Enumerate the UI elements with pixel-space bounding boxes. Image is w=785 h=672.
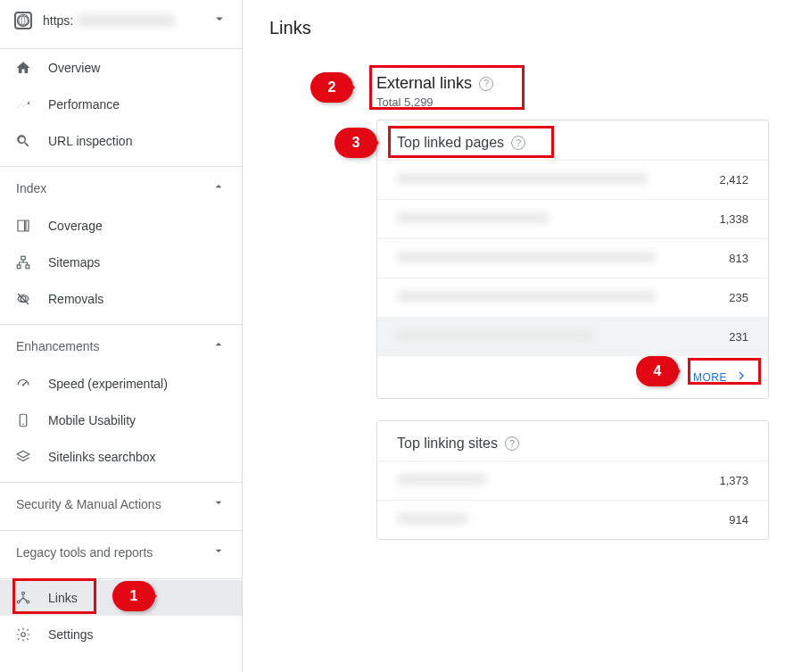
svg-line-5 — [23, 382, 27, 386]
svg-point-11 — [21, 633, 26, 637]
linked-page-row[interactable]: 235 — [377, 278, 768, 317]
linking-site-row[interactable]: 914 — [377, 500, 768, 539]
linked-page-row[interactable]: 1,338 — [377, 199, 768, 238]
sidebar-item-label: Removals — [48, 292, 103, 306]
sidebar-item-label: Overview — [48, 61, 100, 75]
sidebar-item-label: Performance — [48, 97, 120, 112]
sidebar: https: Overview Performance URL inspecti… — [0, 0, 243, 672]
search-icon — [14, 132, 32, 150]
linked-page-row[interactable]: 231 — [377, 317, 768, 356]
annotation-callout-4: 4 — [636, 356, 679, 386]
sidebar-item-label: Links — [48, 591, 78, 605]
chevron-up-icon — [211, 179, 226, 196]
link-count: 813 — [729, 252, 748, 265]
sidebar-item-url-inspection[interactable]: URL inspection — [0, 123, 242, 159]
group-label: Security & Manual Actions — [16, 497, 161, 511]
sidebar-item-sitelinks[interactable]: Sitelinks searchbox — [0, 439, 242, 475]
help-icon[interactable]: ? — [505, 436, 519, 451]
property-url: https: — [43, 13, 175, 28]
svg-rect-0 — [21, 256, 26, 260]
svg-point-7 — [22, 424, 24, 426]
link-count: 914 — [729, 513, 748, 527]
sidebar-item-label: Coverage — [48, 219, 103, 233]
top-linked-pages-card: Top linked pages ? 3 2,412 1,338 813 235 — [376, 120, 769, 399]
property-domain-blurred — [77, 14, 175, 27]
property-selector[interactable]: https: — [0, 0, 242, 41]
link-count: 1,373 — [719, 474, 748, 487]
external-links-title: External links — [376, 74, 472, 93]
sidebar-item-coverage[interactable]: Coverage — [0, 208, 242, 244]
trend-icon — [14, 95, 32, 113]
sidebar-item-speed[interactable]: Speed (experimental) — [0, 366, 242, 402]
chevron-down-icon — [211, 495, 226, 512]
help-icon[interactable]: ? — [479, 77, 493, 91]
linking-site-row[interactable]: 1,373 — [377, 460, 768, 500]
home-icon — [14, 59, 32, 77]
more-button[interactable]: MORE — [688, 365, 754, 389]
group-header-enhancements[interactable]: Enhancements — [0, 325, 242, 365]
phone-icon — [14, 411, 32, 429]
linked-page-row[interactable]: 813 — [377, 238, 768, 278]
coverage-icon — [14, 217, 32, 235]
sidebar-item-label: URL inspection — [48, 134, 132, 148]
annotation-callout-2: 2 — [310, 72, 353, 103]
gauge-icon — [14, 375, 32, 393]
sidebar-item-removals[interactable]: Removals — [0, 281, 242, 317]
help-icon[interactable]: ? — [511, 136, 525, 150]
group-label: Legacy tools and reports — [16, 545, 153, 560]
group-label: Enhancements — [16, 339, 99, 353]
main-content: Links External links ? Total 5,299 2 Top… — [243, 0, 785, 672]
svg-rect-1 — [17, 265, 21, 269]
group-header-index[interactable]: Index — [0, 167, 242, 207]
link-count: 1,338 — [719, 212, 748, 226]
chevron-down-icon — [211, 543, 226, 560]
page-title: Links — [269, 18, 776, 38]
sidebar-item-links[interactable]: Links — [0, 580, 242, 616]
link-count: 2,412 — [719, 173, 748, 187]
link-count: 235 — [729, 291, 748, 304]
more-label: MORE — [693, 371, 727, 384]
group-header-security[interactable]: Security & Manual Actions — [0, 483, 242, 523]
sitemap-icon — [14, 253, 32, 271]
link-count: 231 — [729, 330, 748, 344]
sidebar-item-sitemaps[interactable]: Sitemaps — [0, 245, 242, 280]
divider — [0, 48, 242, 49]
chevron-right-icon — [734, 369, 748, 386]
top-linking-sites-card: Top linking sites ? 1,373 914 — [376, 420, 769, 540]
linked-page-row[interactable]: 2,412 — [377, 160, 768, 199]
annotation-callout-3: 3 — [335, 128, 377, 158]
links-icon — [14, 589, 32, 607]
card-title: Top linked pages — [397, 135, 504, 151]
dropdown-caret-icon — [211, 11, 227, 30]
svg-point-8 — [22, 592, 25, 594]
property-icon — [14, 12, 32, 29]
external-links-total: Total 5,299 — [376, 95, 776, 109]
chevron-up-icon — [211, 337, 226, 354]
gear-icon — [14, 626, 32, 643]
sidebar-item-settings[interactable]: Settings — [0, 617, 242, 652]
sidebar-item-mobile-usability[interactable]: Mobile Usability — [0, 402, 242, 438]
eye-off-icon — [14, 290, 32, 308]
card-title: Top linking sites — [397, 436, 498, 452]
sidebar-item-label: Sitemaps — [48, 255, 100, 270]
sidebar-item-label: Settings — [48, 627, 94, 642]
group-label: Index — [16, 181, 46, 195]
layers-icon — [14, 448, 32, 466]
sidebar-item-overview[interactable]: Overview — [0, 50, 242, 86]
sidebar-item-label: Speed (experimental) — [48, 377, 168, 391]
sidebar-item-label: Sitelinks searchbox — [48, 450, 156, 464]
svg-rect-2 — [26, 265, 29, 269]
sidebar-item-performance[interactable]: Performance — [0, 87, 242, 122]
group-header-legacy[interactable]: Legacy tools and reports — [0, 531, 242, 571]
sidebar-item-label: Mobile Usability — [48, 413, 136, 427]
